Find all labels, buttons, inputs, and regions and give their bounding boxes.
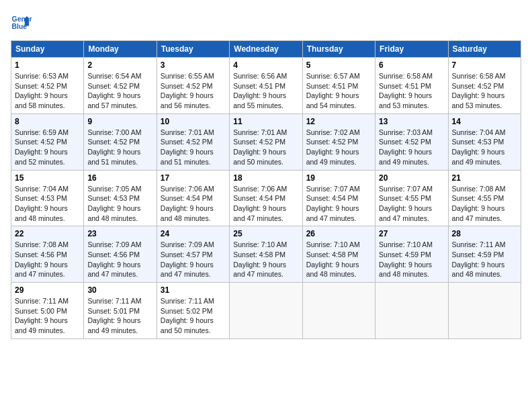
day-detail: Sunrise: 7:11 AMSunset: 5:00 PMDaylight:… bbox=[15, 296, 80, 336]
calendar-cell: 13Sunrise: 7:03 AMSunset: 4:52 PMDayligh… bbox=[375, 113, 448, 170]
day-detail: Sunrise: 7:10 AMSunset: 4:59 PMDaylight:… bbox=[379, 240, 444, 279]
day-number: 20 bbox=[379, 173, 444, 183]
day-detail: Sunrise: 7:07 AMSunset: 4:54 PMDaylight:… bbox=[306, 184, 371, 224]
day-number: 4 bbox=[233, 60, 298, 70]
calendar-week-row: 15Sunrise: 7:04 AMSunset: 4:53 PMDayligh… bbox=[11, 170, 521, 226]
page-header: General Blue bbox=[11, 11, 521, 32]
calendar-header-row: SundayMondayTuesdayWednesdayThursdayFrid… bbox=[11, 41, 521, 58]
svg-text:General: General bbox=[12, 15, 32, 23]
day-detail: Sunrise: 7:06 AMSunset: 4:54 PMDaylight:… bbox=[233, 184, 298, 224]
day-number: 8 bbox=[15, 117, 80, 126]
day-number: 3 bbox=[161, 60, 226, 70]
calendar-cell bbox=[302, 283, 375, 339]
day-detail: Sunrise: 7:01 AMSunset: 4:52 PMDaylight:… bbox=[161, 128, 226, 167]
day-header-sunday: Sunday bbox=[11, 41, 84, 58]
day-number: 6 bbox=[379, 60, 444, 70]
calendar-cell: 12Sunrise: 7:02 AMSunset: 4:52 PMDayligh… bbox=[302, 113, 375, 170]
day-detail: Sunrise: 7:11 AMSunset: 5:02 PMDaylight:… bbox=[161, 296, 226, 336]
day-detail: Sunrise: 6:59 AMSunset: 4:52 PMDaylight:… bbox=[15, 128, 80, 167]
day-detail: Sunrise: 7:04 AMSunset: 4:53 PMDaylight:… bbox=[15, 184, 80, 224]
day-number: 17 bbox=[161, 173, 226, 183]
day-header-monday: Monday bbox=[84, 41, 157, 58]
day-detail: Sunrise: 7:08 AMSunset: 4:56 PMDaylight:… bbox=[15, 240, 80, 279]
day-number: 24 bbox=[161, 229, 226, 238]
calendar-week-row: 8Sunrise: 6:59 AMSunset: 4:52 PMDaylight… bbox=[11, 113, 521, 170]
calendar-cell: 25Sunrise: 7:10 AMSunset: 4:58 PMDayligh… bbox=[230, 226, 302, 283]
day-number: 10 bbox=[161, 117, 226, 126]
day-number: 26 bbox=[306, 229, 371, 238]
day-detail: Sunrise: 6:55 AMSunset: 4:52 PMDaylight:… bbox=[161, 71, 226, 111]
day-number: 30 bbox=[87, 285, 152, 295]
day-number: 22 bbox=[15, 229, 80, 238]
calendar-cell: 24Sunrise: 7:09 AMSunset: 4:57 PMDayligh… bbox=[157, 226, 229, 283]
calendar-cell: 14Sunrise: 7:04 AMSunset: 4:53 PMDayligh… bbox=[448, 113, 521, 170]
day-header-thursday: Thursday bbox=[302, 41, 375, 58]
day-number: 7 bbox=[452, 60, 517, 70]
calendar-cell: 16Sunrise: 7:05 AMSunset: 4:53 PMDayligh… bbox=[84, 170, 157, 226]
calendar-cell: 9Sunrise: 7:00 AMSunset: 4:52 PMDaylight… bbox=[84, 113, 157, 170]
calendar-cell: 19Sunrise: 7:07 AMSunset: 4:54 PMDayligh… bbox=[302, 170, 375, 226]
day-number: 2 bbox=[87, 60, 152, 70]
day-detail: Sunrise: 7:05 AMSunset: 4:53 PMDaylight:… bbox=[87, 184, 152, 224]
calendar-cell bbox=[230, 283, 302, 339]
calendar-week-row: 1Sunrise: 6:53 AMSunset: 4:52 PMDaylight… bbox=[11, 58, 521, 114]
calendar-cell: 3Sunrise: 6:55 AMSunset: 4:52 PMDaylight… bbox=[157, 58, 229, 114]
calendar-cell: 17Sunrise: 7:06 AMSunset: 4:54 PMDayligh… bbox=[157, 170, 229, 226]
day-number: 13 bbox=[379, 117, 444, 126]
day-number: 21 bbox=[452, 173, 517, 183]
day-number: 9 bbox=[87, 117, 152, 126]
day-detail: Sunrise: 6:56 AMSunset: 4:51 PMDaylight:… bbox=[233, 71, 298, 111]
calendar-cell: 4Sunrise: 6:56 AMSunset: 4:51 PMDaylight… bbox=[230, 58, 302, 114]
logo: General Blue bbox=[11, 11, 32, 32]
calendar-cell: 11Sunrise: 7:01 AMSunset: 4:52 PMDayligh… bbox=[230, 113, 302, 170]
calendar-cell: 2Sunrise: 6:54 AMSunset: 4:52 PMDaylight… bbox=[84, 58, 157, 114]
day-number: 29 bbox=[15, 285, 80, 295]
day-detail: Sunrise: 6:53 AMSunset: 4:52 PMDaylight:… bbox=[15, 71, 80, 111]
day-detail: Sunrise: 7:02 AMSunset: 4:52 PMDaylight:… bbox=[306, 128, 371, 167]
day-number: 12 bbox=[306, 117, 371, 126]
day-number: 15 bbox=[15, 173, 80, 183]
logo-icon: General Blue bbox=[11, 11, 32, 32]
day-header-wednesday: Wednesday bbox=[230, 41, 302, 58]
calendar-cell: 10Sunrise: 7:01 AMSunset: 4:52 PMDayligh… bbox=[157, 113, 229, 170]
day-header-friday: Friday bbox=[375, 41, 448, 58]
calendar-table: SundayMondayTuesdayWednesdayThursdayFrid… bbox=[11, 40, 521, 339]
day-detail: Sunrise: 6:58 AMSunset: 4:52 PMDaylight:… bbox=[452, 71, 517, 111]
day-number: 27 bbox=[379, 229, 444, 238]
day-detail: Sunrise: 7:10 AMSunset: 4:58 PMDaylight:… bbox=[306, 240, 371, 279]
calendar-cell: 8Sunrise: 6:59 AMSunset: 4:52 PMDaylight… bbox=[11, 113, 84, 170]
day-detail: Sunrise: 6:57 AMSunset: 4:51 PMDaylight:… bbox=[306, 71, 371, 111]
calendar-cell: 6Sunrise: 6:58 AMSunset: 4:51 PMDaylight… bbox=[375, 58, 448, 114]
day-detail: Sunrise: 6:58 AMSunset: 4:51 PMDaylight:… bbox=[379, 71, 444, 111]
calendar-cell: 1Sunrise: 6:53 AMSunset: 4:52 PMDaylight… bbox=[11, 58, 84, 114]
day-detail: Sunrise: 7:09 AMSunset: 4:56 PMDaylight:… bbox=[87, 240, 152, 279]
calendar-cell: 23Sunrise: 7:09 AMSunset: 4:56 PMDayligh… bbox=[84, 226, 157, 283]
day-detail: Sunrise: 7:04 AMSunset: 4:53 PMDaylight:… bbox=[452, 128, 517, 167]
day-number: 23 bbox=[87, 229, 152, 238]
day-detail: Sunrise: 7:00 AMSunset: 4:52 PMDaylight:… bbox=[87, 128, 152, 167]
day-number: 19 bbox=[306, 173, 371, 183]
calendar-cell: 26Sunrise: 7:10 AMSunset: 4:58 PMDayligh… bbox=[302, 226, 375, 283]
day-detail: Sunrise: 7:06 AMSunset: 4:54 PMDaylight:… bbox=[161, 184, 226, 224]
day-detail: Sunrise: 7:11 AMSunset: 5:01 PMDaylight:… bbox=[87, 296, 152, 336]
day-number: 31 bbox=[161, 285, 226, 295]
day-detail: Sunrise: 6:54 AMSunset: 4:52 PMDaylight:… bbox=[87, 71, 152, 111]
day-number: 28 bbox=[452, 229, 517, 238]
day-header-tuesday: Tuesday bbox=[157, 41, 229, 58]
day-detail: Sunrise: 7:01 AMSunset: 4:52 PMDaylight:… bbox=[233, 128, 298, 167]
calendar-cell: 29Sunrise: 7:11 AMSunset: 5:00 PMDayligh… bbox=[11, 283, 84, 339]
day-detail: Sunrise: 7:08 AMSunset: 4:55 PMDaylight:… bbox=[452, 184, 517, 224]
calendar-cell: 5Sunrise: 6:57 AMSunset: 4:51 PMDaylight… bbox=[302, 58, 375, 114]
day-number: 25 bbox=[233, 229, 298, 238]
calendar-cell: 27Sunrise: 7:10 AMSunset: 4:59 PMDayligh… bbox=[375, 226, 448, 283]
day-detail: Sunrise: 7:03 AMSunset: 4:52 PMDaylight:… bbox=[379, 128, 444, 167]
calendar-cell: 30Sunrise: 7:11 AMSunset: 5:01 PMDayligh… bbox=[84, 283, 157, 339]
calendar-cell: 21Sunrise: 7:08 AMSunset: 4:55 PMDayligh… bbox=[448, 170, 521, 226]
calendar-cell: 28Sunrise: 7:11 AMSunset: 4:59 PMDayligh… bbox=[448, 226, 521, 283]
day-number: 16 bbox=[87, 173, 152, 183]
day-number: 5 bbox=[306, 60, 371, 70]
day-header-saturday: Saturday bbox=[448, 41, 521, 58]
day-number: 18 bbox=[233, 173, 298, 183]
calendar-week-row: 22Sunrise: 7:08 AMSunset: 4:56 PMDayligh… bbox=[11, 226, 521, 283]
day-detail: Sunrise: 7:07 AMSunset: 4:55 PMDaylight:… bbox=[379, 184, 444, 224]
